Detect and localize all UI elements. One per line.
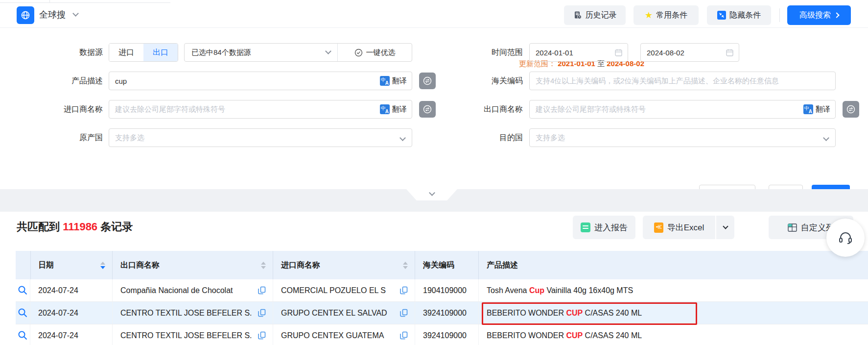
date-cell: 2024-07-24 (30, 302, 113, 324)
translate-button[interactable]: 中A 翻译 (803, 104, 830, 114)
header-date-label: 日期 (38, 260, 54, 271)
translate-button[interactable]: 中A 翻译 (380, 104, 407, 114)
header-hs-code: 海关编码 (415, 251, 479, 279)
results-panel: 共匹配到 111986 条记录 进入报告 导出Excel 自定义列 (0, 212, 868, 345)
magnifier-icon[interactable] (18, 330, 28, 341)
sort-control[interactable] (261, 262, 266, 269)
header-product-desc: 产品描述 (479, 251, 868, 279)
app-switcher-chevron-icon[interactable] (72, 10, 79, 17)
date-cell: 2024-07-24 (30, 279, 113, 301)
enter-report-button[interactable]: 进入报告 (573, 216, 635, 239)
star-icon: ★ (645, 11, 653, 20)
product-desc-value: cup (115, 77, 127, 85)
hs-code-input[interactable]: 支持4位以上海关编码，或2位海关编码加上产品描述、企业名称的任意信息 (529, 72, 836, 90)
chevron-down-icon (723, 223, 728, 229)
favorites-button[interactable]: ★ 常用条件 (633, 5, 699, 25)
start-date-input[interactable]: 2024-01-01 (529, 43, 628, 62)
table-row[interactable]: 2024-07-24 CENTRO TEXTIL JOSE BEFELER S.… (16, 324, 868, 345)
header-exporter[interactable]: 出口商名称 (113, 251, 273, 279)
hs-code-cell: 3924109000 (415, 324, 479, 345)
row-detail-cell (16, 279, 30, 301)
export-tab[interactable]: 出口 (143, 44, 178, 61)
columns-icon (788, 223, 797, 232)
hide-conditions-button[interactable]: 隐藏条件 (707, 5, 771, 25)
check-circle-icon (354, 49, 363, 57)
copy-icon[interactable] (400, 286, 408, 295)
end-date-input[interactable]: 2024-08-02 (640, 43, 739, 62)
copy-icon[interactable] (258, 331, 266, 340)
results-count-title: 共匹配到 111986 条记录 (17, 220, 133, 234)
translate-icon: 中A (380, 104, 390, 114)
header-date[interactable]: 日期 (30, 251, 113, 279)
product-desc-cell: BEBERITO WONDER CUP C/ASAS 240 ML (479, 302, 868, 324)
exporter-cell: CENTRO TEXTIL JOSE BEFELER S. (113, 324, 273, 345)
excel-export-icon (654, 222, 663, 233)
table-row[interactable]: 2024-07-24 CENTRO TEXTIL JOSE BEFELER S.… (16, 302, 868, 324)
global-search-page: 全球搜 历史记录 ★ 常用条件 隐藏条件 高级搜索 (0, 0, 868, 345)
copy-icon[interactable] (400, 331, 408, 340)
one-click-optimize-button[interactable]: 一键优选 (337, 44, 412, 61)
translate-icon: 中A (380, 76, 390, 86)
advanced-search-button[interactable]: 高级搜索 (787, 5, 851, 25)
copy-icon[interactable] (258, 286, 266, 295)
data-source-label: 数据源 (15, 48, 103, 58)
header-product-desc-label: 产品描述 (487, 260, 518, 271)
importer-cell: GRUPO CENTEX EL SALVAD (273, 302, 415, 324)
trade-direction-toggle: 进口 出口 (109, 43, 178, 62)
customer-service-button[interactable] (826, 219, 865, 257)
results-table: 日期 出口商名称 进口商名称 海关编码 产品描述 2024-07 (16, 251, 868, 345)
count-suffix: 条记录 (100, 221, 133, 233)
synonym-search-button[interactable] (419, 73, 436, 89)
header-exporter-label: 出口商名称 (120, 260, 160, 271)
table-header-row: 日期 出口商名称 进口商名称 海关编码 产品描述 (16, 251, 868, 279)
calendar-icon (614, 49, 623, 57)
origin-country-select[interactable]: 支持多选 (109, 128, 412, 147)
export-options-button[interactable] (716, 216, 734, 239)
exporter-name-label: 出口商名称 (441, 104, 523, 115)
dest-country-label: 目的国 (441, 133, 523, 143)
date-cell: 2024-07-24 (30, 324, 113, 345)
sort-control[interactable] (100, 262, 105, 269)
app-title: 全球搜 (39, 9, 66, 21)
synonym-search-button[interactable] (843, 101, 859, 118)
translate-label: 翻译 (816, 105, 830, 114)
collapse-icon (717, 11, 726, 20)
copy-icon[interactable] (258, 309, 266, 317)
product-desc-cell: Tosh Avena Cup Vainilla 40g 16x40g MTS (479, 279, 868, 301)
history-button[interactable]: 历史记录 (564, 5, 626, 25)
synonym-search-button[interactable] (419, 101, 436, 118)
chevron-down-icon (399, 135, 406, 141)
magnifier-icon[interactable] (18, 308, 28, 318)
search-form: 数据源 进口 出口 已选中84个数据源 一键优选 产品描述 cup 中A 翻译 (0, 28, 868, 189)
export-excel-button[interactable]: 导出Excel (643, 216, 715, 239)
header-actions (16, 251, 31, 279)
data-source-select[interactable]: 已选中84个数据源 (185, 44, 337, 61)
swap-circle-icon (422, 75, 433, 86)
end-date-value: 2024-08-02 (647, 49, 684, 57)
magnifier-icon[interactable] (18, 285, 28, 296)
table-row[interactable]: 2024-07-24 Compañia Nacional de Chocolat… (16, 279, 868, 302)
hs-code-cell: 1904109000 (415, 279, 479, 301)
copy-icon[interactable] (400, 309, 408, 317)
globe-icon (21, 10, 30, 20)
translate-button[interactable]: 中A 翻译 (380, 76, 407, 86)
exporter-cell: CENTRO TEXTIL JOSE BEFELER S. (113, 302, 273, 324)
import-tab[interactable]: 进口 (109, 44, 143, 61)
one-click-optimize-label: 一键优选 (366, 48, 396, 57)
row-detail-cell (16, 302, 30, 324)
dest-country-select[interactable]: 支持多选 (529, 128, 836, 147)
swap-circle-icon (422, 104, 433, 115)
calendar-icon (726, 49, 734, 57)
enter-report-label: 进入报告 (594, 222, 628, 233)
header-importer[interactable]: 进口商名称 (273, 251, 415, 279)
translate-label: 翻译 (392, 105, 407, 114)
tab-edge-line (0, 0, 170, 3)
app-logo (17, 6, 34, 24)
importer-name-label: 进口商名称 (15, 104, 103, 115)
sort-control[interactable] (403, 262, 408, 269)
report-icon (581, 222, 590, 232)
importer-name-input[interactable]: 建议去除公司尾部字符或特殊符号 中A 翻译 (109, 100, 412, 119)
exporter-name-input[interactable]: 建议去除公司尾部字符或特殊符号 中A 翻译 (529, 100, 836, 119)
origin-country-label: 原产国 (15, 133, 103, 143)
product-desc-input[interactable]: cup 中A 翻译 (109, 72, 412, 90)
